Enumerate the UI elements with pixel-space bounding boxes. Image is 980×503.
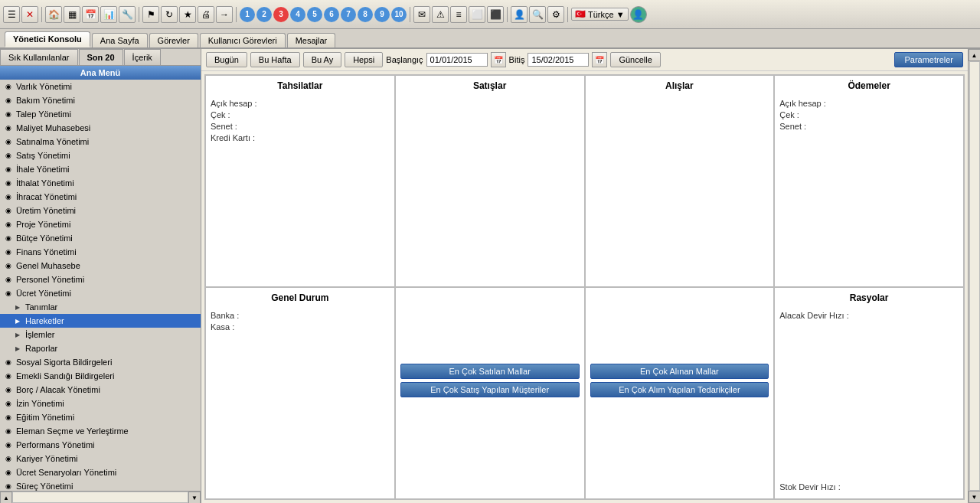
calendar-btn[interactable]: 📅	[82, 6, 99, 23]
tab-konsolu[interactable]: Yönetici Konsolu	[5, 31, 90, 47]
circle-1[interactable]: 1	[240, 7, 255, 22]
sidebar-tab-son20[interactable]: Son 20	[79, 49, 123, 65]
sidebar-item-finans[interactable]: ◉ Finans Yönetimi	[0, 245, 201, 259]
end-calendar-btn[interactable]: 📅	[592, 52, 607, 67]
week-btn[interactable]: Bu Hafta	[250, 52, 300, 67]
today-btn[interactable]: Bugün	[206, 52, 247, 67]
ithalat-label: İthalat Yönetimi	[16, 178, 74, 188]
circle-9[interactable]: 9	[374, 7, 390, 22]
sidebar-item-personel[interactable]: ◉ Personel Yönetimi	[0, 273, 201, 286]
talep-icon: ◉	[3, 109, 14, 119]
start-date-input[interactable]	[426, 53, 488, 67]
sidebar-item-tanimlar[interactable]: ▶ Tanımlar	[0, 300, 201, 314]
sidebar-item-hareketler[interactable]: ▶ Hareketler	[0, 314, 201, 328]
alert-btn[interactable]: ⚠	[432, 6, 449, 23]
circle-7[interactable]: 7	[341, 7, 356, 22]
sidebar-item-talep[interactable]: ◉ Talep Yönetimi	[0, 107, 201, 121]
ithalat-icon: ◉	[3, 178, 14, 188]
sidebar-item-genel-muhasebe[interactable]: ◉ Genel Muhasebe	[0, 259, 201, 273]
envelope-btn[interactable]: ✉	[413, 6, 430, 23]
chart-btn[interactable]: 📊	[100, 6, 117, 23]
print-btn[interactable]: 🖨	[198, 6, 214, 23]
window2-btn[interactable]: ⬛	[487, 6, 504, 23]
sidebar-item-emekli[interactable]: ◉ Emekli Sandığı Bildirgeleri	[0, 369, 201, 383]
sidebar-item-ithalat[interactable]: ◉ İthalat Yönetimi	[0, 176, 201, 190]
flag-btn[interactable]: ⚑	[142, 6, 159, 23]
month-btn[interactable]: Bu Ay	[303, 52, 342, 67]
sidebar-item-ucret[interactable]: ◉ Ücret Yönetimi	[0, 286, 201, 300]
circle-10[interactable]: 10	[391, 7, 407, 22]
sidebar-item-kariyer[interactable]: ◉ Kariyer Yönetimi	[0, 452, 201, 465]
sidebar-item-eleman[interactable]: ◉ Eleman Seçme ve Yerleştirme	[0, 424, 201, 438]
star-btn[interactable]: ★	[179, 6, 196, 23]
all-btn[interactable]: Hepsi	[345, 52, 383, 67]
tools-btn[interactable]: 🔧	[119, 6, 136, 23]
start-calendar-btn[interactable]: 📅	[491, 52, 506, 67]
maliyet-icon: ◉	[3, 122, 14, 133]
refresh-btn[interactable]: ↻	[161, 6, 178, 23]
sidebar-item-satinalma[interactable]: ◉ Satınalma Yönetimi	[0, 135, 201, 149]
sidebar-item-proje[interactable]: ◉ Proje Yönetimi	[0, 217, 201, 231]
scroll-down-btn[interactable]: ▼	[969, 491, 981, 503]
scroll-up-btn[interactable]: ▲	[969, 49, 981, 61]
en-cok-satis-yapilan-btn[interactable]: En Çok Satış Yapılan Müşteriler	[400, 382, 580, 397]
circle-6[interactable]: 6	[324, 7, 339, 22]
right-scrollbar: ▲ ▼	[968, 49, 980, 503]
home-btn[interactable]: 🏠	[45, 6, 62, 23]
en-cok-alim-yapilan-btn[interactable]: En Çok Alım Yapılan Tedarikçiler	[590, 382, 769, 397]
arrow-btn[interactable]: →	[216, 6, 233, 23]
app-menu-btn[interactable]: ☰	[3, 6, 20, 23]
sidebar-item-surec[interactable]: ◉ Süreç Yönetimi	[0, 479, 201, 491]
sidebar-item-raporlar[interactable]: ▶ Raporlar	[0, 341, 201, 355]
user-btn[interactable]: 👤	[511, 6, 528, 23]
sidebar-item-varlik[interactable]: ◉ Varlık Yönetimi	[0, 80, 201, 93]
sidebar-tab-sik[interactable]: Sık Kullanılanlar	[0, 49, 78, 65]
circle-2[interactable]: 2	[256, 7, 272, 22]
sidebar-item-performans[interactable]: ◉ Performans Yönetimi	[0, 438, 201, 452]
sidebar-scroll-down[interactable]: ▼	[188, 492, 201, 503]
sidebar-item-ihracat[interactable]: ◉ İhracat Yönetimi	[0, 190, 201, 204]
list-btn[interactable]: ≡	[450, 6, 467, 23]
en-cok-alinan-btn[interactable]: En Çok Alınan Mallar	[590, 364, 769, 379]
window-btn[interactable]: ⬜	[469, 6, 485, 23]
sep5	[507, 7, 508, 22]
settings-btn[interactable]: ⚙	[547, 6, 564, 23]
tab-kullanici[interactable]: Kullanıcı Görevleri	[200, 33, 286, 47]
sidebar-item-izin[interactable]: ◉ İzin Yönetimi	[0, 397, 201, 410]
sidebar-item-satis[interactable]: ◉ Satış Yönetimi	[0, 149, 201, 162]
sidebar-item-borcalacak[interactable]: ◉ Borç / Alacak Yönetimi	[0, 383, 201, 397]
sidebar-item-maliyet[interactable]: ◉ Maliyet Muhasebesi	[0, 121, 201, 135]
sidebar-item-egitim[interactable]: ◉ Eğitim Yönetimi	[0, 410, 201, 424]
grid-btn[interactable]: ▦	[64, 6, 80, 23]
circle-4[interactable]: 4	[290, 7, 305, 22]
izin-label: İzin Yönetimi	[16, 399, 64, 408]
circle-3[interactable]: 3	[273, 7, 289, 22]
sidebar-item-ihale[interactable]: ◉ İhale Yönetimi	[0, 162, 201, 176]
sidebar-item-ucret-senaryo[interactable]: ◉ Ücret Senaryoları Yönetimi	[0, 465, 201, 479]
sidebar-item-butce[interactable]: ◉ Bütçe Yönetimi	[0, 231, 201, 245]
profile-btn[interactable]: 👤	[630, 6, 647, 23]
circle-8[interactable]: 8	[358, 7, 373, 22]
satislar-title: Satışlar	[400, 80, 580, 94]
en-cok-satilan-btn[interactable]: En Çok Satılan Mallar	[400, 364, 580, 379]
sidebar-item-islemler[interactable]: ▶ İşlemler	[0, 328, 201, 341]
tab-gorevler[interactable]: Görevler	[149, 33, 198, 47]
tab-anasayfa[interactable]: Ana Sayfa	[92, 33, 148, 47]
circle-5[interactable]: 5	[307, 7, 322, 22]
end-date-input[interactable]	[528, 53, 589, 67]
language-selector[interactable]: 🇹🇷 Türkçe ▼	[571, 8, 629, 21]
rasyolar-cell: Rasyolar Alacak Devir Hızı : Stok Devir …	[774, 287, 964, 499]
sidebar-scroll-up[interactable]: ▲	[0, 492, 12, 503]
maliyet-label: Maliyet Muhasebesi	[16, 123, 90, 132]
performans-icon: ◉	[3, 439, 14, 450]
sidebar-item-bakim[interactable]: ◉ Bakım Yönetimi	[0, 93, 201, 107]
update-btn[interactable]: Güncelle	[610, 52, 660, 67]
sidebar-item-sosyal[interactable]: ◉ Sosyal Sigorta Bildirgeleri	[0, 355, 201, 369]
sidebar-item-uretim[interactable]: ◉ Üretim Yönetimi	[0, 204, 201, 217]
sidebar-tab-icerik[interactable]: İçerik	[124, 49, 161, 65]
close-btn[interactable]: ✕	[21, 6, 38, 23]
performans-label: Performans Yönetimi	[16, 440, 95, 449]
params-btn[interactable]: Parametreler	[894, 52, 963, 67]
search-btn[interactable]: 🔍	[529, 6, 546, 23]
tab-mesajlar[interactable]: Mesajlar	[287, 33, 336, 47]
